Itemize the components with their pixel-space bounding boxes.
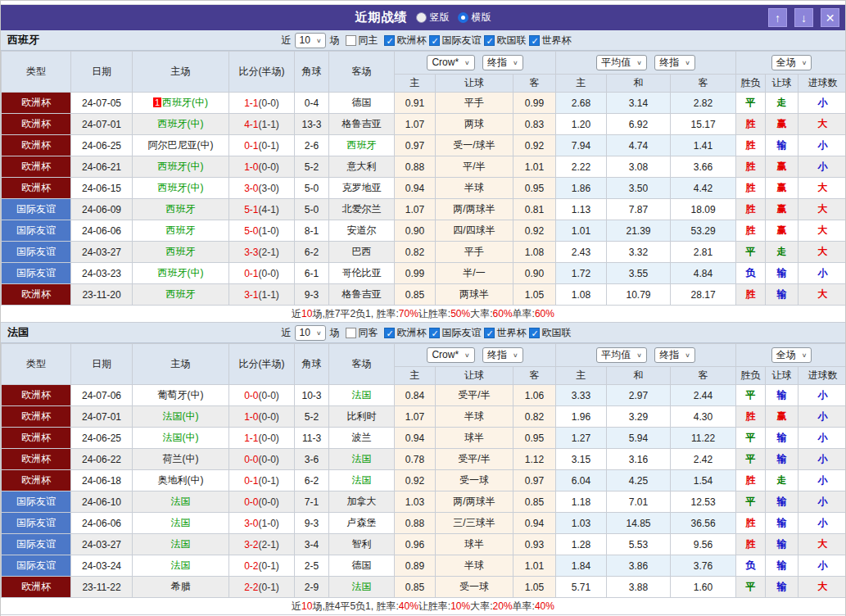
match-row: 欧洲杯24-06-21西班牙(中)1-0(0-0)5-2意大利0.88平/半1.… — [2, 156, 846, 178]
average-odds-cell: 5.94 — [607, 428, 671, 449]
competition-filter-list: ✓欧洲杯✓国际友谊✓欧国联✓世界杯 — [381, 34, 571, 48]
odds-final-select[interactable]: 终指∨ — [482, 347, 523, 363]
match-date: 24-06-15 — [71, 178, 133, 199]
away-team: 智利 — [329, 534, 395, 555]
competition-checkbox[interactable]: ✓欧国联 — [484, 34, 526, 48]
rank-badge: 1 — [153, 97, 161, 107]
layout-vertical-radio[interactable]: 竖版 — [416, 11, 450, 25]
result-flag: 输 — [766, 135, 798, 156]
result-flag: 输 — [766, 513, 798, 534]
average-odds-cell: 2.44 — [671, 385, 736, 406]
average-odds-cell: 6.04 — [556, 470, 607, 491]
odds-group-header: Crow*∨ 终指∨ — [395, 52, 556, 75]
checkbox-checked-icon[interactable]: ✓ — [484, 328, 495, 338]
handicap-odds-cell: 1.08 — [513, 242, 556, 263]
close-button[interactable]: ✕ — [821, 8, 839, 27]
odds-final-select[interactable]: 终指∨ — [482, 55, 523, 70]
match-date: 24-03-24 — [71, 555, 133, 577]
match-date: 24-06-09 — [71, 199, 133, 220]
away-team: 巴西 — [329, 242, 395, 263]
match-date: 24-03-27 — [71, 534, 133, 555]
checkbox-checked-icon[interactable]: ✓ — [429, 328, 440, 338]
average-odds-cell: 2.97 — [607, 385, 671, 406]
odds-source-select[interactable]: Crow*∨ — [427, 347, 474, 363]
title-bar: 近期战绩 竖版 横版 ↑ ↓ ✕ — [1, 5, 845, 30]
competition-checkbox[interactable]: ✓国际友谊 — [429, 34, 481, 48]
match-count-select[interactable]: 10∨ — [295, 33, 327, 48]
result-flag: 胜 — [736, 114, 766, 135]
checkbox-checked-icon[interactable]: ✓ — [384, 328, 395, 338]
average-odds-cell: 3.76 — [671, 555, 736, 577]
avg-away-header: 客 — [671, 367, 736, 385]
move-down-button[interactable]: ↓ — [794, 8, 813, 27]
col-away: 客场 — [329, 52, 395, 93]
col-corner: 角球 — [295, 52, 329, 93]
result-flag: 赢 — [766, 406, 798, 428]
move-up-button[interactable]: ↑ — [768, 8, 787, 27]
checkbox-checked-icon[interactable]: ✓ — [529, 328, 540, 338]
competition-checkbox[interactable]: ✓世界杯 — [529, 34, 571, 48]
home-team: 希腊 — [133, 577, 229, 598]
checkbox-unchecked-icon[interactable] — [346, 35, 356, 46]
scope-select[interactable]: 全场∨ — [771, 55, 812, 70]
average-select[interactable]: 平均值∨ — [596, 347, 647, 363]
average-odds-cell: 1.08 — [556, 284, 607, 306]
competition-checkbox[interactable]: ✓欧国联 — [529, 326, 571, 340]
checkbox-checked-icon[interactable]: ✓ — [384, 35, 395, 46]
checkbox-checked-icon[interactable]: ✓ — [529, 35, 540, 46]
average-final-select[interactable]: 终指∨ — [654, 347, 695, 363]
col-home: 主场 — [133, 344, 229, 385]
home-team: 葡萄牙(中) — [133, 385, 229, 406]
match-count-select[interactable]: 10∨ — [295, 325, 327, 341]
scope-select[interactable]: 全场∨ — [771, 347, 812, 363]
competition-type-badge: 欧洲杯 — [2, 178, 71, 199]
layout-horizontal-radio[interactable]: 横版 — [458, 11, 491, 25]
average-select[interactable]: 平均值∨ — [596, 55, 647, 70]
recent-results-panel: 近期战绩 竖版 横版 ↑ ↓ ✕ 西班牙 近 10∨ 场 同主 ✓欧洲杯✓ — [0, 0, 846, 616]
result-flag: 小 — [798, 491, 846, 513]
checkbox-unchecked-icon[interactable] — [346, 328, 356, 338]
competition-type-badge: 欧洲杯 — [2, 470, 71, 491]
radio-unselected-icon[interactable] — [416, 12, 427, 23]
match-date: 24-07-05 — [71, 93, 133, 114]
result-flag: 平 — [736, 428, 766, 449]
match-date: 24-06-06 — [71, 513, 133, 534]
checkbox-checked-icon[interactable]: ✓ — [484, 35, 495, 46]
average-odds-cell: 2.42 — [671, 449, 736, 470]
home-team: 阿尔巴尼亚(中) — [133, 135, 229, 156]
result-flag: 胜 — [736, 178, 766, 199]
same-venue-checkbox[interactable]: 同主 — [346, 34, 378, 48]
competition-checkbox[interactable]: ✓欧洲杯 — [384, 326, 426, 340]
competition-checkbox[interactable]: ✓国际友谊 — [429, 326, 481, 340]
average-odds-cell: 1.96 — [556, 406, 607, 428]
match-row: 欧洲杯24-06-25法国(中)1-1(0-0)11-3波兰0.94球半0.95… — [2, 428, 846, 449]
average-final-select[interactable]: 终指∨ — [654, 55, 695, 70]
result-flag: 输 — [766, 428, 798, 449]
radio-selected-icon[interactable] — [458, 12, 468, 23]
same-venue-checkbox[interactable]: 同客 — [346, 326, 378, 340]
competition-checkbox[interactable]: ✓欧洲杯 — [384, 34, 426, 48]
handicap-odds-cell: 两球 — [436, 114, 513, 135]
odds-handicap-header: 让球 — [436, 75, 513, 93]
checkbox-checked-icon[interactable]: ✓ — [429, 35, 440, 46]
handicap-odds-cell: 0.94 — [395, 428, 436, 449]
away-team: 法国 — [329, 449, 395, 470]
chevron-down-icon: ∨ — [513, 58, 518, 68]
competition-type-badge: 国际友谊 — [2, 220, 71, 242]
score-cell: 3-2(2-1) — [229, 534, 295, 555]
odds-source-select[interactable]: Crow*∨ — [427, 55, 474, 70]
handicap-odds-cell: 0.83 — [513, 114, 556, 135]
result-flag: 胜 — [736, 470, 766, 491]
average-odds-cell: 2.68 — [556, 93, 607, 114]
handicap-odds-cell: 半/一 — [436, 263, 513, 284]
competition-checkbox[interactable]: ✓世界杯 — [484, 326, 526, 340]
match-row: 欧洲杯23-11-20西班牙3-1(1-1)9-3格鲁吉亚0.85两球半1.05… — [2, 284, 846, 306]
average-odds-cell: 9.56 — [671, 534, 736, 555]
avg-away-header: 客 — [671, 75, 736, 93]
match-date: 24-07-01 — [71, 406, 133, 428]
handicap-odds-cell: 0.94 — [395, 178, 436, 199]
score-cell: 3-0(3-0) — [229, 178, 295, 199]
handicap-odds-cell: 0.99 — [395, 263, 436, 284]
score-cell: 0-1(0-1) — [229, 135, 295, 156]
odds-away-header: 客 — [513, 75, 556, 93]
